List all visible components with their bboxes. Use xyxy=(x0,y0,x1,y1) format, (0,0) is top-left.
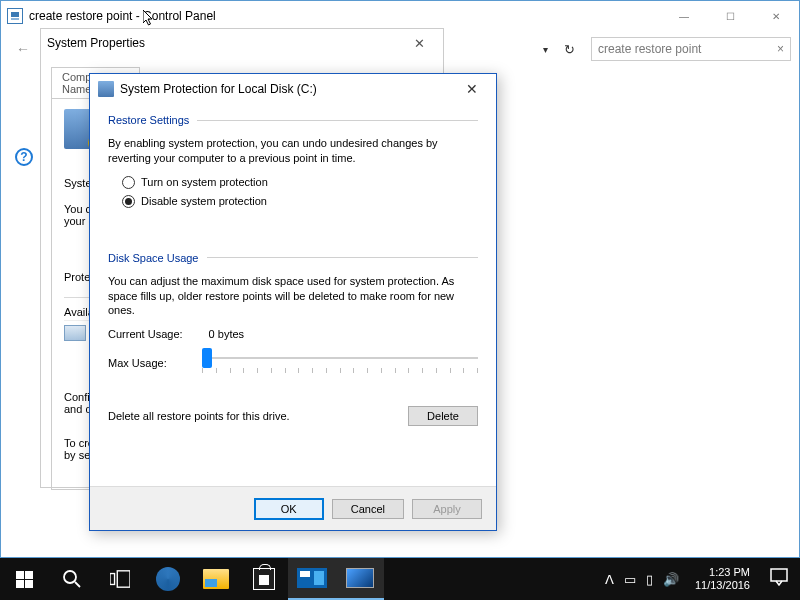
max-usage-label: Max Usage: xyxy=(108,357,184,369)
divider xyxy=(197,120,478,121)
taskbar-explorer[interactable] xyxy=(192,558,240,600)
cancel-button[interactable]: Cancel xyxy=(332,499,404,519)
monitor-icon xyxy=(346,568,374,588)
slider-track-line xyxy=(202,357,478,359)
nav-back-button[interactable]: ← xyxy=(9,35,37,63)
folder-icon xyxy=(203,569,229,589)
taskbar-store[interactable] xyxy=(240,558,288,600)
maximize-button[interactable]: ☐ xyxy=(707,1,753,31)
svg-point-4 xyxy=(64,571,76,583)
nav-history-dropdown[interactable]: ▾ xyxy=(533,44,557,55)
clock-date: 11/13/2016 xyxy=(695,579,750,592)
taskbar-clock[interactable]: 1:23 PM 11/13/2016 xyxy=(687,566,758,591)
search-clear-icon[interactable]: × xyxy=(777,42,784,56)
dlg-body: Restore Settings By enabling system prot… xyxy=(90,104,496,426)
start-button[interactable] xyxy=(0,558,48,600)
system-tray[interactable]: ᐱ ▭ ▯ 🔊 xyxy=(597,572,687,587)
delete-button[interactable]: Delete xyxy=(408,406,478,426)
store-icon xyxy=(253,568,275,590)
restore-settings-header: Restore Settings xyxy=(108,114,478,126)
taskbar-right: ᐱ ▭ ▯ 🔊 1:23 PM 11/13/2016 xyxy=(597,558,800,600)
apply-button[interactable]: Apply xyxy=(412,499,482,519)
search-text: create restore point xyxy=(598,42,701,56)
taskbar: ᐱ ▭ ▯ 🔊 1:23 PM 11/13/2016 xyxy=(0,558,800,600)
radio-icon xyxy=(122,176,135,189)
restore-settings-desc: By enabling system protection, you can u… xyxy=(108,136,478,166)
svg-line-5 xyxy=(75,582,80,587)
current-usage-row: Current Usage: 0 bytes xyxy=(108,328,478,340)
sp-titlebar: System Properties ✕ xyxy=(41,29,443,57)
cp-titlebar: create restore point - Control Panel — ☐… xyxy=(1,1,799,31)
control-panel-task-icon xyxy=(297,568,327,588)
help-icon[interactable]: ? xyxy=(15,148,33,166)
svg-rect-7 xyxy=(117,571,130,587)
dlg-footer: OK Cancel Apply xyxy=(90,486,496,530)
sp-close-button[interactable]: ✕ xyxy=(401,36,437,51)
taskbar-control-panel[interactable] xyxy=(288,558,336,600)
max-usage-slider[interactable] xyxy=(202,346,478,380)
slider-ticks xyxy=(202,368,478,376)
radio-icon xyxy=(122,195,135,208)
current-usage-label: Current Usage: xyxy=(108,328,183,340)
battery-icon[interactable]: ▭ xyxy=(624,572,636,587)
taskbar-search-button[interactable] xyxy=(48,558,96,600)
taskbar-system-properties[interactable] xyxy=(336,558,384,600)
search-input[interactable]: create restore point × xyxy=(591,37,791,61)
svg-rect-6 xyxy=(110,574,115,585)
task-view-button[interactable] xyxy=(96,558,144,600)
disk-space-label: Disk Space Usage xyxy=(108,252,199,264)
max-usage-row: Max Usage: xyxy=(108,346,478,380)
control-panel-icon xyxy=(7,8,23,24)
nav-refresh-button[interactable]: ↻ xyxy=(557,42,581,57)
clock-time: 1:23 PM xyxy=(695,566,750,579)
dlg-title-icon xyxy=(98,81,114,97)
close-button[interactable]: ✕ xyxy=(753,1,799,31)
cp-title: create restore point - Control Panel xyxy=(29,9,216,23)
disk-space-desc: You can adjust the maximum disk space us… xyxy=(108,274,478,319)
radio-disable-label: Disable system protection xyxy=(141,195,267,207)
system-protection-dialog: System Protection for Local Disk (C:) ✕ … xyxy=(89,73,497,531)
restore-settings-label: Restore Settings xyxy=(108,114,189,126)
radio-turn-on[interactable]: Turn on system protection xyxy=(122,176,478,189)
divider xyxy=(207,257,479,258)
action-center-button[interactable] xyxy=(758,568,800,590)
delete-row: Delete all restore points for this drive… xyxy=(108,406,478,426)
sp-title: System Properties xyxy=(47,36,145,50)
volume-icon[interactable]: 🔊 xyxy=(663,572,679,587)
edge-icon xyxy=(156,567,180,591)
svg-rect-3 xyxy=(25,580,33,588)
svg-rect-0 xyxy=(16,571,24,579)
radio-disable[interactable]: Disable system protection xyxy=(122,195,478,208)
window-controls: — ☐ ✕ xyxy=(661,1,799,31)
minimize-button[interactable]: — xyxy=(661,1,707,31)
ok-button[interactable]: OK xyxy=(254,498,324,520)
tray-overflow-icon[interactable]: ᐱ xyxy=(605,572,614,587)
dlg-close-button[interactable]: ✕ xyxy=(452,81,492,97)
radio-turn-on-label: Turn on system protection xyxy=(141,176,268,188)
drive-icon xyxy=(64,325,86,341)
svg-rect-1 xyxy=(25,571,33,579)
network-icon[interactable]: ▯ xyxy=(646,572,653,587)
disk-space-header: Disk Space Usage xyxy=(108,252,478,264)
current-usage-value: 0 bytes xyxy=(209,328,244,340)
delete-desc: Delete all restore points for this drive… xyxy=(108,410,408,422)
svg-rect-2 xyxy=(16,580,24,588)
slider-thumb[interactable] xyxy=(202,348,212,368)
svg-rect-8 xyxy=(771,569,787,581)
taskbar-edge[interactable] xyxy=(144,558,192,600)
